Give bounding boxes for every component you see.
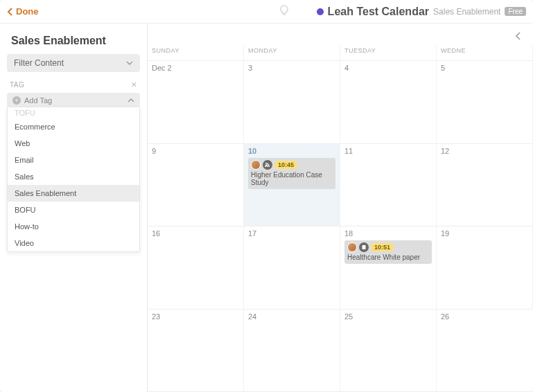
day-cell[interactable]: 24 — [244, 310, 340, 393]
filter-label: Filter Content — [14, 58, 64, 68]
tag-item[interactable]: Sales — [8, 168, 139, 185]
chevron-up-icon — [128, 97, 134, 104]
event-time: 10:45 — [274, 161, 297, 169]
day-cell[interactable]: 17 — [244, 226, 340, 310]
avatar — [347, 242, 357, 252]
done-button[interactable]: Done — [7, 6, 39, 17]
calendar-event[interactable]: 10:51Healthcare White paper — [344, 240, 432, 264]
day-cell[interactable]: 16 — [148, 226, 244, 310]
day-number: Dec 2 — [152, 64, 239, 72]
tag-item[interactable]: Email — [8, 152, 139, 168]
done-label: Done — [16, 6, 39, 17]
day-cell[interactable]: 25 — [340, 310, 437, 393]
prev-period-button[interactable] — [511, 29, 526, 44]
day-number: 25 — [344, 312, 432, 321]
avatar — [251, 160, 261, 170]
close-icon[interactable]: × — [131, 79, 137, 90]
chevron-left-icon — [7, 8, 14, 16]
day-cell[interactable]: 26 — [437, 310, 533, 393]
day-number: 4 — [344, 64, 432, 72]
plus-icon: + — [12, 96, 21, 105]
filter-content-dropdown[interactable]: Filter Content — [7, 54, 140, 72]
event-title: Higher Education Case Study — [251, 171, 333, 186]
tag-section-label: TAG — [10, 81, 24, 89]
sidebar-title: Sales Enablement — [11, 35, 140, 47]
tag-item[interactable]: Ecommerce — [8, 118, 139, 135]
day-number: 23 — [152, 312, 239, 321]
doc-icon — [359, 242, 369, 252]
day-number: 3 — [248, 64, 335, 72]
day-cell[interactable]: 23 — [148, 310, 244, 393]
tag-item[interactable]: TOFU — [8, 107, 139, 118]
day-header: TUESDAY — [340, 44, 437, 61]
add-tag-button[interactable]: + Add Tag — [7, 93, 140, 108]
calendar-title: Leah Test Calendar — [328, 6, 429, 18]
day-header: MONDAY — [244, 44, 340, 61]
calendar-event[interactable]: 10:45Higher Education Case Study — [248, 158, 335, 189]
calendar-color-dot — [317, 8, 324, 15]
rss-icon — [263, 160, 272, 170]
day-cell[interactable]: 9 — [148, 144, 244, 227]
day-number: 26 — [441, 312, 529, 321]
day-cell[interactable]: 4 — [340, 61, 437, 144]
day-number: 17 — [248, 229, 335, 238]
day-number: 24 — [248, 312, 335, 321]
day-number: 18 — [344, 229, 432, 238]
lightbulb-icon[interactable] — [279, 5, 289, 18]
tag-item[interactable]: Sales Enablement — [8, 185, 139, 202]
day-cell[interactable]: 19 — [437, 226, 533, 310]
day-header: SUNDAY — [148, 44, 244, 61]
day-number: 12 — [441, 147, 528, 155]
day-number: 5 — [441, 64, 528, 72]
tag-item[interactable]: BOFU — [8, 202, 139, 218]
day-cell[interactable]: 5 — [437, 61, 533, 144]
day-header: WEDNE — [437, 44, 533, 61]
day-cell[interactable]: 11 — [340, 144, 437, 227]
svg-rect-1 — [362, 245, 366, 249]
day-cell[interactable]: 12 — [437, 144, 533, 227]
tag-dropdown-list: TOFUEcommerceWebEmailSalesSales Enableme… — [7, 107, 140, 252]
plan-badge: Free — [505, 7, 526, 16]
day-number: 16 — [152, 229, 239, 238]
add-tag-label: Add Tag — [24, 96, 52, 105]
calendar-subtitle: Sales Enablement — [433, 7, 500, 17]
event-title: Healthcare White paper — [347, 253, 429, 261]
tag-item[interactable]: Web — [8, 135, 139, 152]
day-cell[interactable]: Dec 2 — [148, 61, 244, 144]
day-number: 11 — [344, 147, 432, 155]
day-number: 9 — [152, 147, 239, 155]
calendar-view: SUNDAYMONDAYTUESDAYWEDNEDec 234591010:45… — [147, 24, 533, 392]
tag-item[interactable]: How-to — [8, 218, 139, 235]
chevron-down-icon — [126, 60, 133, 66]
day-cell[interactable]: 3 — [244, 61, 340, 144]
sidebar: Sales Enablement Filter Content TAG × + … — [0, 24, 147, 392]
day-cell[interactable]: 1810:51Healthcare White paper — [340, 226, 437, 310]
tag-item[interactable]: Video — [8, 235, 139, 251]
day-number: 10 — [248, 147, 335, 155]
day-cell[interactable]: 1010:45Higher Education Case Study — [244, 144, 340, 227]
day-number: 19 — [441, 229, 528, 238]
event-time: 10:51 — [371, 243, 394, 251]
